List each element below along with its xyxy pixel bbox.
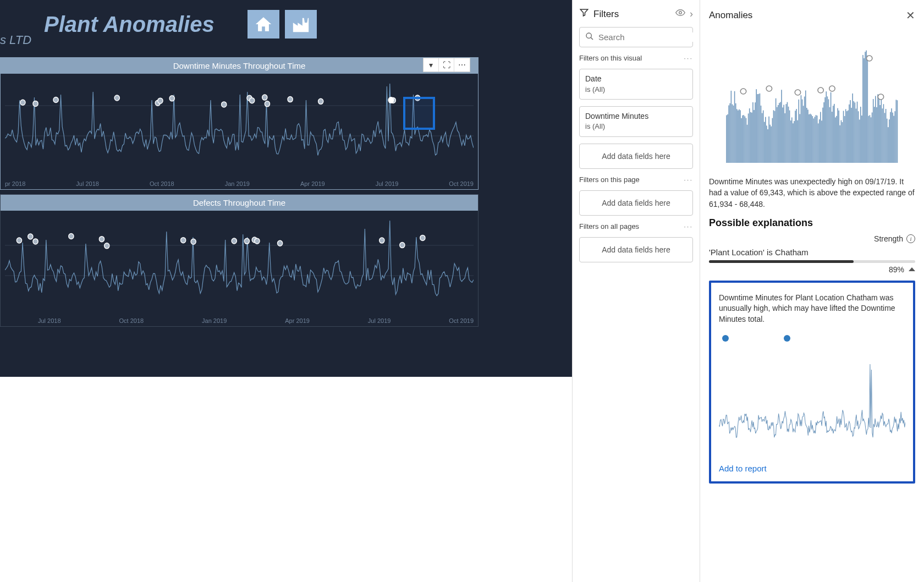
svg-rect-46	[733, 106, 734, 163]
xaxis-label: Apr 2019	[285, 317, 310, 324]
xaxis-label: Oct 2018	[150, 180, 174, 187]
svg-rect-95	[789, 111, 790, 163]
add-fields-visual[interactable]: Add data fields here	[579, 144, 693, 169]
legend-dot	[784, 335, 790, 342]
svg-rect-159	[862, 55, 864, 163]
svg-rect-143	[844, 116, 845, 163]
svg-point-21	[16, 238, 21, 243]
svg-rect-109	[805, 90, 806, 163]
svg-rect-173	[878, 99, 879, 163]
svg-rect-155	[858, 111, 859, 163]
svg-rect-129	[828, 99, 829, 163]
defects-chart[interactable]: Defects Throughout Time Jul 2018 Oct 201…	[0, 194, 479, 327]
svg-point-24	[69, 233, 74, 239]
explanation-legend	[722, 335, 905, 342]
svg-rect-125	[823, 102, 824, 163]
filter-name: Downtime Minutes	[585, 111, 687, 122]
filters-title: Filters	[593, 9, 619, 20]
svg-rect-49	[736, 109, 738, 163]
add-to-report-link[interactable]: Add to report	[719, 464, 767, 473]
svg-rect-44	[731, 91, 732, 163]
add-fields-all[interactable]: Add data fields here	[579, 237, 693, 262]
svg-rect-134	[834, 104, 835, 163]
section-more-icon[interactable]: ···	[684, 54, 693, 62]
svg-point-30	[244, 238, 249, 244]
section-more-icon[interactable]: ···	[684, 175, 693, 184]
svg-rect-87	[780, 102, 781, 163]
filters-pane: Filters › Filters on this visual ··· Dat…	[572, 0, 700, 582]
svg-rect-92	[786, 104, 787, 163]
chevron-up-icon[interactable]	[909, 267, 915, 271]
eye-icon[interactable]	[675, 8, 685, 20]
svg-point-194	[829, 86, 835, 91]
svg-point-193	[818, 87, 823, 93]
filters-search[interactable]	[579, 27, 693, 47]
svg-rect-90	[783, 105, 784, 163]
filter-card-downtime[interactable]: Downtime Minutes is (All)	[579, 106, 693, 137]
svg-rect-118	[816, 115, 817, 163]
svg-rect-158	[861, 116, 862, 163]
svg-rect-133	[833, 106, 834, 163]
svg-rect-70	[761, 106, 762, 163]
strength-pct-row: 89%	[709, 265, 915, 274]
defects-chart-svg	[5, 215, 474, 314]
collapse-button[interactable]: ›	[690, 8, 693, 20]
section-label: Filters on all pages	[579, 222, 639, 230]
strength-label: Strength	[874, 234, 903, 243]
svg-point-14	[288, 97, 293, 102]
anomalies-title: Anomalies	[709, 10, 752, 21]
svg-rect-72	[763, 111, 764, 163]
filter-card-date[interactable]: Date is (All)	[579, 69, 693, 100]
downtime-chart[interactable]: Downtime Minutes Throughout Time pr 2018…	[0, 57, 479, 190]
svg-point-34	[380, 238, 384, 243]
section-more-icon[interactable]: ···	[684, 222, 693, 230]
report-header: s LTD Plant Anomalies	[0, 0, 572, 44]
svg-point-195	[866, 56, 872, 61]
svg-rect-98	[793, 123, 794, 163]
svg-point-7	[158, 98, 163, 103]
svg-rect-113	[810, 114, 811, 163]
svg-point-36	[420, 235, 425, 240]
svg-rect-146	[848, 111, 849, 163]
svg-rect-176	[882, 108, 883, 163]
add-fields-page[interactable]: Add data fields here	[579, 190, 693, 216]
svg-rect-47	[734, 91, 735, 163]
svg-rect-41	[727, 114, 728, 163]
svg-rect-62	[751, 113, 752, 163]
svg-rect-151	[854, 101, 855, 163]
visual-toolbar: ▾ ⛶ ⋯	[423, 58, 470, 72]
svg-rect-157	[860, 107, 861, 163]
svg-rect-119	[817, 116, 818, 163]
defects-chart-body: Jul 2018 Oct 2018 Jan 2019 Apr 2019 Jul …	[1, 211, 478, 326]
svg-rect-179	[886, 109, 887, 163]
close-icon[interactable]: ✕	[906, 9, 915, 22]
plant-button[interactable]	[285, 10, 317, 39]
svg-rect-130	[829, 107, 831, 163]
svg-point-9	[222, 102, 227, 107]
visual-focus-button[interactable]: ⛶	[439, 58, 454, 72]
svg-rect-172	[877, 94, 878, 163]
legend-dot	[722, 335, 729, 342]
xaxis-label: Oct 2018	[119, 317, 144, 324]
search-input[interactable]	[598, 32, 703, 42]
svg-point-22	[28, 234, 33, 239]
svg-rect-166	[871, 117, 872, 163]
svg-rect-136	[836, 116, 837, 163]
svg-rect-156	[859, 119, 860, 163]
visual-filter-button[interactable]: ▾	[424, 58, 439, 72]
svg-point-38	[586, 33, 591, 38]
svg-rect-55	[744, 115, 745, 163]
svg-point-17	[415, 95, 420, 101]
explanation-chart	[719, 345, 905, 455]
funnel-icon	[579, 8, 589, 20]
info-icon[interactable]: i	[906, 234, 915, 243]
svg-rect-181	[888, 127, 889, 163]
svg-line-39	[591, 37, 593, 40]
svg-rect-61	[750, 112, 751, 163]
svg-rect-122	[820, 112, 821, 163]
home-button[interactable]	[248, 10, 279, 39]
svg-rect-105	[801, 95, 802, 163]
svg-rect-167	[872, 112, 873, 163]
visual-more-button[interactable]: ⋯	[454, 58, 470, 72]
defects-xaxis: Jul 2018 Oct 2018 Jan 2019 Apr 2019 Jul …	[5, 317, 474, 324]
